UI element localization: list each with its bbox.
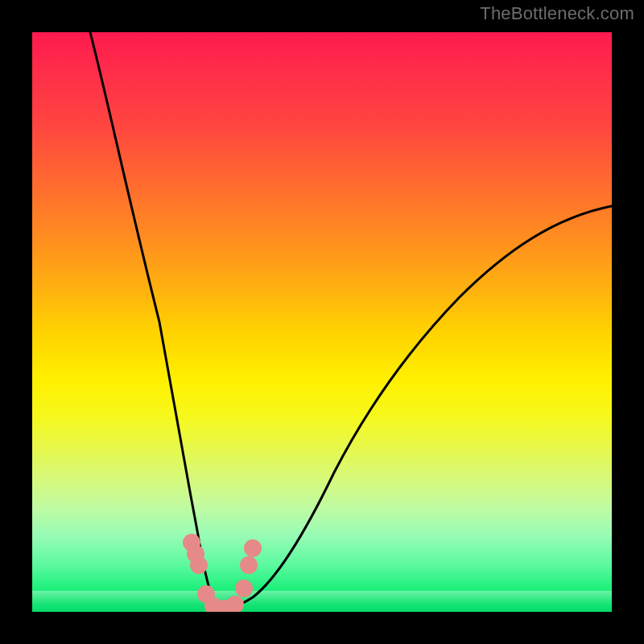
marker-dot: [244, 539, 262, 557]
marker-dot: [235, 580, 253, 597]
marker-dot: [190, 556, 208, 574]
watermark-text: TheBottleneck.com: [480, 3, 634, 24]
chart-frame: TheBottleneck.com: [0, 0, 644, 644]
curve-path: [90, 32, 612, 609]
marker-dot: [226, 596, 244, 612]
marker-dot: [240, 556, 258, 574]
bottleneck-curve: [32, 32, 612, 612]
plot-area: [32, 32, 612, 612]
